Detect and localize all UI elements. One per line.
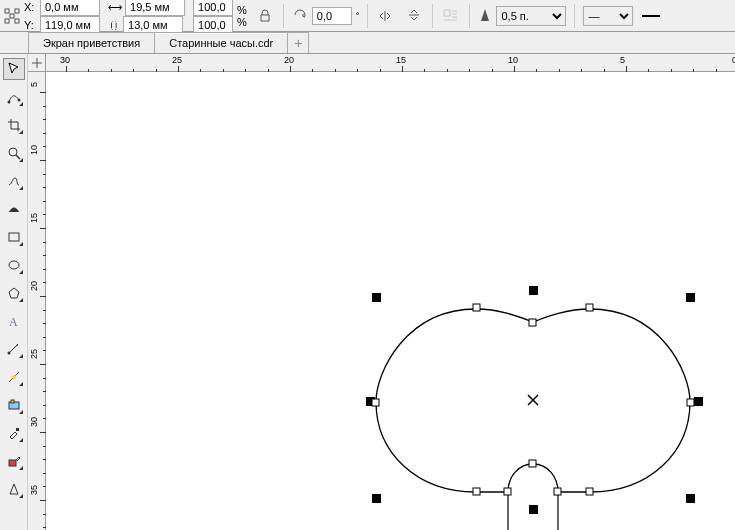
lock-ratio-button[interactable] xyxy=(255,6,275,26)
object-scale: % % xyxy=(193,0,247,34)
wrap-text-button[interactable] xyxy=(441,6,461,26)
curve-node[interactable] xyxy=(529,319,536,326)
outline-icon xyxy=(478,8,492,24)
interactive-tool[interactable] xyxy=(3,394,25,416)
canvas[interactable] xyxy=(46,72,735,530)
curve-node[interactable] xyxy=(372,399,379,406)
tab-label: Старинные часы.cdr xyxy=(169,37,273,49)
curve-node[interactable] xyxy=(586,488,593,495)
width-input[interactable] xyxy=(125,0,185,16)
drawing xyxy=(46,72,735,530)
svg-point-7 xyxy=(7,101,10,104)
position-icon xyxy=(4,1,20,31)
selection-handle-sw[interactable] xyxy=(372,494,381,503)
workspace: 302520151050 5101520253035 xyxy=(28,54,735,530)
svg-rect-22 xyxy=(9,460,16,466)
object-position: X: Y: xyxy=(4,0,100,34)
y-input[interactable] xyxy=(40,16,100,34)
svg-rect-11 xyxy=(9,233,19,241)
line-style-select[interactable]: — xyxy=(583,6,633,26)
percent-label-2: % xyxy=(237,16,247,28)
pick-tool[interactable] xyxy=(3,58,25,80)
svg-rect-2 xyxy=(15,9,19,13)
tab[interactable]: Старинные часы.cdr xyxy=(154,32,288,53)
separator xyxy=(367,4,368,28)
selection-center xyxy=(528,395,538,405)
svg-rect-3 xyxy=(15,19,19,23)
separator xyxy=(432,4,433,28)
tab[interactable]: Экран приветствия xyxy=(28,32,155,53)
ellipse-tool[interactable] xyxy=(3,254,25,276)
curve-node[interactable] xyxy=(473,304,480,311)
selection-handle-se[interactable] xyxy=(686,494,695,503)
object-size: ⟷ ⟮⟯ xyxy=(108,0,185,34)
svg-rect-21 xyxy=(16,428,19,431)
outline-width-select[interactable]: 0,5 п. xyxy=(496,6,566,26)
x-label: X: xyxy=(24,1,38,13)
svg-point-16 xyxy=(7,352,10,355)
outline-tool[interactable] xyxy=(3,478,25,500)
angle-input[interactable] xyxy=(312,7,352,25)
selection-handle-s[interactable] xyxy=(529,505,538,514)
tab-bar: Экран приветствия Старинные часы.cdr + xyxy=(0,32,735,54)
rectangle-tool[interactable] xyxy=(3,226,25,248)
shape-tool[interactable] xyxy=(3,86,25,108)
tab-label: Экран приветствия xyxy=(43,37,140,49)
height-icon: ⟮⟯ xyxy=(108,19,120,31)
line-solid-button[interactable] xyxy=(641,6,661,26)
rotate-icon xyxy=(292,7,308,25)
y-label: Y: xyxy=(24,19,38,31)
curve-node[interactable] xyxy=(529,460,536,467)
separator xyxy=(469,4,470,28)
property-bar: X: Y: ⟷ ⟮⟯ % % ° xyxy=(0,0,735,32)
svg-point-9 xyxy=(9,148,17,156)
ruler-horizontal[interactable]: 302520151050 xyxy=(46,54,735,72)
selection-handle-nw[interactable] xyxy=(372,293,381,302)
fill-tool[interactable] xyxy=(3,450,25,472)
mirror-h-button[interactable] xyxy=(376,6,396,26)
svg-rect-1 xyxy=(5,19,9,23)
width-icon: ⟷ xyxy=(108,2,122,13)
selection-handle-ne[interactable] xyxy=(686,293,695,302)
text-tool[interactable]: A xyxy=(3,310,25,332)
separator xyxy=(283,4,284,28)
freehand-tool[interactable] xyxy=(3,170,25,192)
svg-point-12 xyxy=(9,261,19,269)
line-style: — xyxy=(583,6,633,26)
polygon-tool[interactable] xyxy=(3,282,25,304)
scale-x-input[interactable] xyxy=(193,0,233,16)
curve-node[interactable] xyxy=(554,488,561,495)
mirror-v-button[interactable] xyxy=(404,6,424,26)
ruler-origin-button[interactable] xyxy=(28,54,46,72)
outline-width: 0,5 п. xyxy=(478,6,566,26)
svg-point-18 xyxy=(12,375,16,379)
connector-tool[interactable] xyxy=(3,366,25,388)
curve-node[interactable] xyxy=(504,488,511,495)
ruler-vertical[interactable]: 5101520253035 xyxy=(28,72,46,530)
svg-rect-5 xyxy=(444,10,450,16)
percent-label: % xyxy=(237,4,247,16)
svg-marker-13 xyxy=(9,288,19,298)
svg-rect-20 xyxy=(11,400,14,403)
degree-label: ° xyxy=(356,11,360,21)
scale-y-input[interactable] xyxy=(193,16,233,34)
curve-node[interactable] xyxy=(473,488,480,495)
eyedropper-tool[interactable] xyxy=(3,422,25,444)
selection-handle-n[interactable] xyxy=(529,286,538,295)
svg-text:A: A xyxy=(9,315,18,328)
crop-tool[interactable] xyxy=(3,114,25,136)
svg-rect-0 xyxy=(5,9,9,13)
curve-node[interactable] xyxy=(687,399,694,406)
separator xyxy=(574,4,575,28)
rotation-angle: ° xyxy=(292,7,360,25)
tab-add-button[interactable]: + xyxy=(287,32,309,53)
x-input[interactable] xyxy=(40,0,100,16)
height-input[interactable] xyxy=(123,16,183,34)
curve-node[interactable] xyxy=(586,304,593,311)
toolbox: A xyxy=(0,54,28,530)
svg-rect-4 xyxy=(10,14,14,18)
dimension-tool[interactable] xyxy=(3,338,25,360)
artistic-media-tool[interactable] xyxy=(3,198,25,220)
selection-handle-e[interactable] xyxy=(694,397,703,406)
zoom-tool[interactable] xyxy=(3,142,25,164)
